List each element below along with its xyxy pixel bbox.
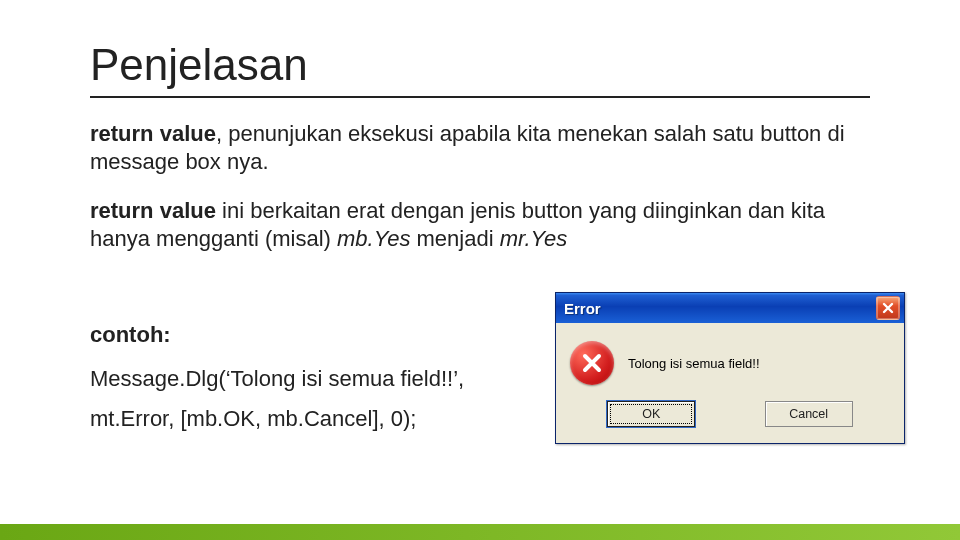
- page-title: Penjelasan: [90, 40, 870, 98]
- ok-button[interactable]: OK: [607, 401, 695, 427]
- dialog-message: Tolong isi semua field!!: [628, 356, 760, 371]
- p2-bold: return value: [90, 198, 216, 223]
- paragraph-2: return value ini berkaitan erat dengan j…: [90, 197, 870, 252]
- error-icon: [570, 341, 614, 385]
- p2-mid2: menjadi: [410, 226, 499, 251]
- error-dialog: Error Tolong isi semua field!! OK Cancel: [555, 292, 905, 444]
- p2-italic-1: mb.Yes: [337, 226, 410, 251]
- close-icon: [882, 302, 894, 314]
- p2-italic-2: mr.Yes: [500, 226, 568, 251]
- close-button[interactable]: [876, 296, 900, 320]
- slide: Penjelasan return value, penunjukan ekse…: [0, 0, 960, 540]
- dialog-titlebar[interactable]: Error: [556, 293, 904, 323]
- p1-bold: return value: [90, 121, 216, 146]
- footer-accent-bar: [0, 524, 960, 540]
- dialog-body: Tolong isi semua field!!: [556, 323, 904, 401]
- paragraph-1: return value, penunjukan eksekusi apabil…: [90, 120, 870, 175]
- dialog-title: Error: [564, 300, 601, 317]
- cancel-button[interactable]: Cancel: [765, 401, 853, 427]
- dialog-button-row: OK Cancel: [556, 401, 904, 443]
